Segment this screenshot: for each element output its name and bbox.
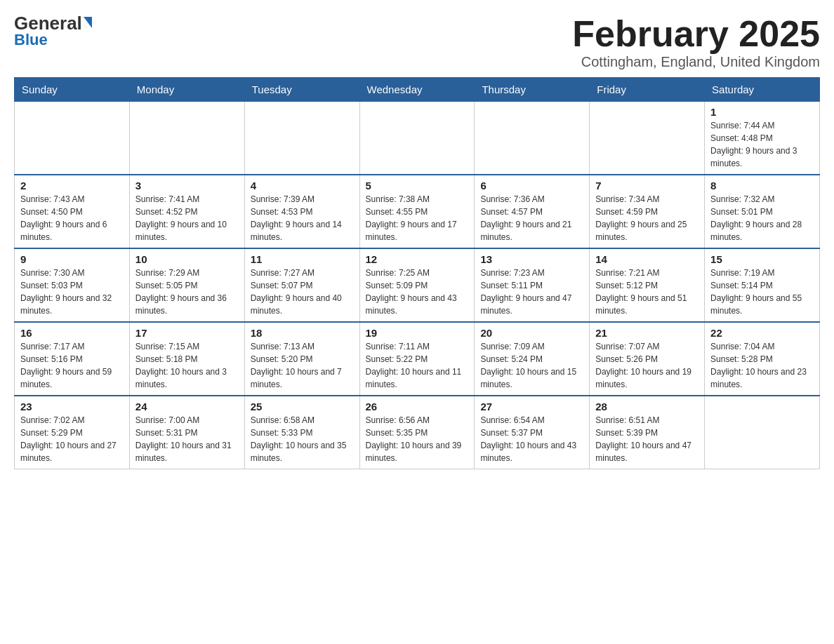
day-info: Sunrise: 7:36 AM Sunset: 4:57 PM Dayligh… xyxy=(480,193,583,243)
logo: General Blue xyxy=(14,14,92,48)
day-number: 5 xyxy=(366,180,469,192)
day-number: 9 xyxy=(20,253,124,265)
day-number: 24 xyxy=(135,401,239,412)
day-number: 10 xyxy=(135,253,239,265)
day-number: 17 xyxy=(135,327,239,339)
calendar-cell: 18Sunrise: 7:13 AM Sunset: 5:20 PM Dayli… xyxy=(244,322,359,396)
calendar-cell: 23Sunrise: 7:02 AM Sunset: 5:29 PM Dayli… xyxy=(15,396,130,469)
title-area: February 2025 Cottingham, England, Unite… xyxy=(572,14,820,70)
calendar-cell: 17Sunrise: 7:15 AM Sunset: 5:18 PM Dayli… xyxy=(129,322,244,396)
day-info: Sunrise: 7:09 AM Sunset: 5:24 PM Dayligh… xyxy=(480,340,583,391)
column-header-wednesday: Wednesday xyxy=(359,78,475,102)
column-header-monday: Monday xyxy=(129,78,244,102)
column-header-thursday: Thursday xyxy=(475,78,590,102)
day-info: Sunrise: 7:27 AM Sunset: 5:07 PM Dayligh… xyxy=(251,267,354,317)
calendar-cell: 1Sunrise: 7:44 AM Sunset: 4:48 PM Daylig… xyxy=(705,102,820,175)
day-number: 8 xyxy=(710,180,814,192)
day-number: 12 xyxy=(366,253,469,265)
day-info: Sunrise: 7:43 AM Sunset: 4:50 PM Dayligh… xyxy=(20,193,124,243)
calendar-cell: 20Sunrise: 7:09 AM Sunset: 5:24 PM Dayli… xyxy=(475,322,590,396)
day-info: Sunrise: 7:41 AM Sunset: 4:52 PM Dayligh… xyxy=(135,193,239,243)
day-info: Sunrise: 6:58 AM Sunset: 5:33 PM Dayligh… xyxy=(251,414,354,464)
day-info: Sunrise: 7:44 AM Sunset: 4:48 PM Dayligh… xyxy=(710,119,814,170)
day-number: 19 xyxy=(366,327,469,339)
day-number: 3 xyxy=(135,180,239,192)
calendar-cell: 12Sunrise: 7:25 AM Sunset: 5:09 PM Dayli… xyxy=(359,248,475,322)
calendar-cell: 3Sunrise: 7:41 AM Sunset: 4:52 PM Daylig… xyxy=(129,175,244,248)
day-number: 28 xyxy=(595,401,699,412)
day-number: 21 xyxy=(595,327,699,339)
calendar-week-row: 2Sunrise: 7:43 AM Sunset: 4:50 PM Daylig… xyxy=(15,175,820,248)
calendar-cell: 10Sunrise: 7:29 AM Sunset: 5:05 PM Dayli… xyxy=(129,248,244,322)
day-number: 13 xyxy=(480,253,583,265)
calendar-cell: 24Sunrise: 7:00 AM Sunset: 5:31 PM Dayli… xyxy=(129,396,244,469)
calendar-cell: 5Sunrise: 7:38 AM Sunset: 4:55 PM Daylig… xyxy=(359,175,475,248)
calendar-cell xyxy=(590,102,705,175)
calendar-cell: 16Sunrise: 7:17 AM Sunset: 5:16 PM Dayli… xyxy=(15,322,130,396)
day-info: Sunrise: 7:02 AM Sunset: 5:29 PM Dayligh… xyxy=(20,414,124,464)
calendar-cell: 11Sunrise: 7:27 AM Sunset: 5:07 PM Dayli… xyxy=(244,248,359,322)
column-header-tuesday: Tuesday xyxy=(244,78,359,102)
location-text: Cottingham, England, United Kingdom xyxy=(572,54,820,70)
day-number: 16 xyxy=(20,327,124,339)
month-title: February 2025 xyxy=(572,14,820,54)
day-number: 20 xyxy=(480,327,583,339)
day-number: 18 xyxy=(251,327,354,339)
day-number: 15 xyxy=(710,253,814,265)
column-header-friday: Friday xyxy=(590,78,705,102)
day-number: 2 xyxy=(20,180,124,192)
calendar-cell: 22Sunrise: 7:04 AM Sunset: 5:28 PM Dayli… xyxy=(705,322,820,396)
calendar-cell: 28Sunrise: 6:51 AM Sunset: 5:39 PM Dayli… xyxy=(590,396,705,469)
day-info: Sunrise: 7:32 AM Sunset: 5:01 PM Dayligh… xyxy=(710,193,814,243)
column-header-sunday: Sunday xyxy=(15,78,130,102)
logo-general-text: General xyxy=(14,14,92,32)
calendar-cell: 19Sunrise: 7:11 AM Sunset: 5:22 PM Dayli… xyxy=(359,322,475,396)
day-info: Sunrise: 7:23 AM Sunset: 5:11 PM Dayligh… xyxy=(480,267,583,317)
day-info: Sunrise: 7:25 AM Sunset: 5:09 PM Dayligh… xyxy=(366,267,469,317)
day-info: Sunrise: 7:04 AM Sunset: 5:28 PM Dayligh… xyxy=(710,340,814,391)
calendar-week-row: 23Sunrise: 7:02 AM Sunset: 5:29 PM Dayli… xyxy=(15,396,820,469)
calendar-cell xyxy=(705,396,820,469)
calendar-week-row: 16Sunrise: 7:17 AM Sunset: 5:16 PM Dayli… xyxy=(15,322,820,396)
day-info: Sunrise: 7:21 AM Sunset: 5:12 PM Dayligh… xyxy=(595,267,699,317)
day-info: Sunrise: 7:39 AM Sunset: 4:53 PM Dayligh… xyxy=(251,193,354,243)
day-number: 1 xyxy=(710,106,814,118)
calendar-table: SundayMondayTuesdayWednesdayThursdayFrid… xyxy=(14,77,820,469)
day-info: Sunrise: 6:51 AM Sunset: 5:39 PM Dayligh… xyxy=(595,414,699,464)
day-info: Sunrise: 7:19 AM Sunset: 5:14 PM Dayligh… xyxy=(710,267,814,317)
day-info: Sunrise: 7:13 AM Sunset: 5:20 PM Dayligh… xyxy=(251,340,354,391)
day-info: Sunrise: 7:07 AM Sunset: 5:26 PM Dayligh… xyxy=(595,340,699,391)
calendar-cell xyxy=(244,102,359,175)
calendar-cell: 15Sunrise: 7:19 AM Sunset: 5:14 PM Dayli… xyxy=(705,248,820,322)
calendar-cell: 14Sunrise: 7:21 AM Sunset: 5:12 PM Dayli… xyxy=(590,248,705,322)
calendar-cell: 26Sunrise: 6:56 AM Sunset: 5:35 PM Dayli… xyxy=(359,396,475,469)
calendar-cell: 27Sunrise: 6:54 AM Sunset: 5:37 PM Dayli… xyxy=(475,396,590,469)
day-info: Sunrise: 7:38 AM Sunset: 4:55 PM Dayligh… xyxy=(366,193,469,243)
day-number: 7 xyxy=(595,180,699,192)
day-info: Sunrise: 7:29 AM Sunset: 5:05 PM Dayligh… xyxy=(135,267,239,317)
day-number: 6 xyxy=(480,180,583,192)
calendar-cell: 8Sunrise: 7:32 AM Sunset: 5:01 PM Daylig… xyxy=(705,175,820,248)
logo-blue-text: Blue xyxy=(14,32,48,48)
calendar-cell: 21Sunrise: 7:07 AM Sunset: 5:26 PM Dayli… xyxy=(590,322,705,396)
calendar-week-row: 9Sunrise: 7:30 AM Sunset: 5:03 PM Daylig… xyxy=(15,248,820,322)
calendar-cell: 4Sunrise: 7:39 AM Sunset: 4:53 PM Daylig… xyxy=(244,175,359,248)
calendar-cell: 6Sunrise: 7:36 AM Sunset: 4:57 PM Daylig… xyxy=(475,175,590,248)
day-number: 14 xyxy=(595,253,699,265)
day-number: 23 xyxy=(20,401,124,412)
day-number: 4 xyxy=(251,180,354,192)
calendar-cell xyxy=(129,102,244,175)
day-info: Sunrise: 6:54 AM Sunset: 5:37 PM Dayligh… xyxy=(480,414,583,464)
day-info: Sunrise: 7:15 AM Sunset: 5:18 PM Dayligh… xyxy=(135,340,239,391)
page-header: General Blue February 2025 Cottingham, E… xyxy=(14,14,820,70)
day-info: Sunrise: 7:34 AM Sunset: 4:59 PM Dayligh… xyxy=(595,193,699,243)
calendar-cell: 7Sunrise: 7:34 AM Sunset: 4:59 PM Daylig… xyxy=(590,175,705,248)
logo-triangle-icon xyxy=(84,17,92,28)
calendar-cell xyxy=(15,102,130,175)
column-header-saturday: Saturday xyxy=(705,78,820,102)
day-number: 27 xyxy=(480,401,583,412)
day-info: Sunrise: 7:30 AM Sunset: 5:03 PM Dayligh… xyxy=(20,267,124,317)
day-info: Sunrise: 7:17 AM Sunset: 5:16 PM Dayligh… xyxy=(20,340,124,391)
calendar-cell: 25Sunrise: 6:58 AM Sunset: 5:33 PM Dayli… xyxy=(244,396,359,469)
calendar-cell: 9Sunrise: 7:30 AM Sunset: 5:03 PM Daylig… xyxy=(15,248,130,322)
